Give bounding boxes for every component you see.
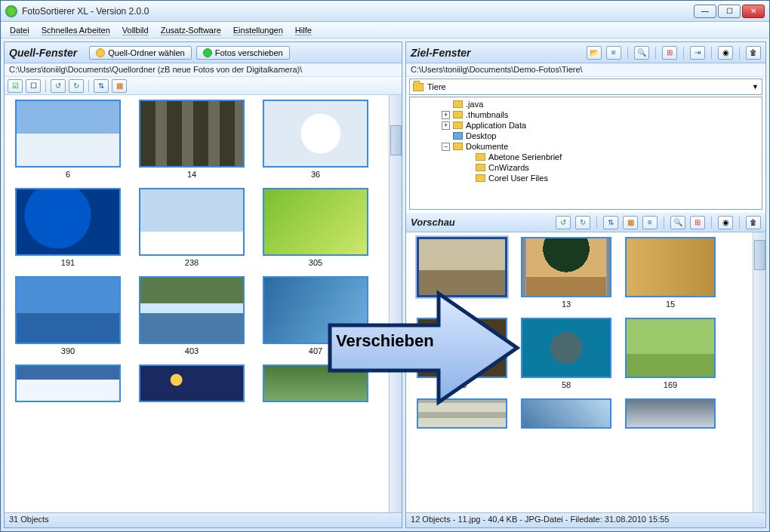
thumb-label: 305 bbox=[309, 258, 322, 267]
grid-view-button[interactable]: ▦ bbox=[112, 79, 127, 93]
menu-zusatz-software[interactable]: Zusatz-Software bbox=[155, 24, 227, 36]
thumb[interactable]: 58 bbox=[521, 318, 611, 389]
tree-node[interactable]: .java bbox=[466, 100, 483, 109]
thumb[interactable]: 13 bbox=[521, 237, 611, 309]
collapse-icon[interactable]: − bbox=[442, 143, 450, 151]
thumb-label: 15 bbox=[666, 300, 675, 309]
tree-button[interactable]: ⊞ bbox=[690, 216, 705, 229]
thumb[interactable]: 407 bbox=[263, 276, 368, 355]
thumb[interactable]: 403 bbox=[139, 276, 245, 355]
open-folder-button[interactable]: 📂 bbox=[587, 46, 602, 60]
app-icon bbox=[5, 5, 17, 17]
menu-vollbild[interactable]: Vollbild bbox=[116, 24, 155, 36]
select-none-button[interactable]: ☐ bbox=[26, 79, 41, 93]
folder-icon bbox=[413, 83, 424, 91]
thumb-label: 169 bbox=[664, 380, 677, 389]
rotate-ccw-button[interactable]: ↺ bbox=[556, 216, 571, 229]
cd-button[interactable]: ◉ bbox=[718, 46, 733, 60]
menu-einstellungen[interactable]: Einstellungen bbox=[227, 24, 289, 36]
rotate-cw-button[interactable]: ↻ bbox=[575, 216, 590, 229]
delete-button[interactable]: 🗑 bbox=[746, 216, 761, 229]
thumb[interactable]: 14 bbox=[139, 100, 245, 179]
thumb[interactable]: 33 bbox=[417, 318, 507, 389]
menu-hilfe[interactable]: Hilfe bbox=[289, 24, 318, 36]
rotate-cw-button[interactable]: ↻ bbox=[69, 79, 84, 93]
source-thumbnails[interactable]: 6 14 36 191 238 305 390 403 407 bbox=[5, 95, 389, 512]
thumb-label: 36 bbox=[311, 170, 320, 179]
tree-node[interactable]: .thumbnails bbox=[466, 110, 508, 119]
app-window: FotoSortierer XL - Version 2.0.0 — ☐ ✕ D… bbox=[0, 0, 770, 532]
thumb[interactable]: 191 bbox=[15, 188, 121, 267]
zoom-button[interactable]: 🔍 bbox=[634, 46, 649, 60]
tree-node[interactable]: Corel User Files bbox=[488, 174, 548, 183]
selected-folder-label: Tiere bbox=[427, 82, 446, 91]
thumb[interactable] bbox=[263, 364, 368, 402]
folder-dropdown[interactable]: Tiere ▼ bbox=[409, 78, 762, 95]
source-header: Quell-Fenster Quell-Ordner wählen Fotos … bbox=[5, 42, 402, 63]
align-button[interactable]: ≡ bbox=[642, 216, 658, 229]
choose-source-folder-label: Quell-Ordner wählen bbox=[108, 48, 185, 57]
thumb[interactable]: 238 bbox=[139, 188, 245, 267]
folder-icon bbox=[96, 48, 105, 57]
choose-source-folder-button[interactable]: Quell-Ordner wählen bbox=[89, 46, 192, 60]
thumb[interactable]: 36 bbox=[263, 100, 368, 179]
target-header: Ziel-Fenster 📂 ≡ 🔍 ⊞ ⇥ ◉ 🗑 bbox=[406, 42, 765, 63]
thumb-label: 58 bbox=[562, 380, 571, 389]
thumb[interactable] bbox=[625, 398, 716, 429]
thumb[interactable]: 305 bbox=[263, 188, 368, 267]
thumb[interactable]: 6 bbox=[15, 100, 121, 179]
thumb[interactable] bbox=[521, 398, 611, 429]
separator bbox=[45, 80, 46, 92]
thumb[interactable]: 15 bbox=[625, 237, 716, 309]
export-button[interactable]: ⇥ bbox=[690, 46, 705, 60]
tree-node[interactable]: Dokumente bbox=[466, 142, 508, 151]
grid-button[interactable]: ▦ bbox=[623, 216, 638, 229]
expand-icon[interactable]: + bbox=[442, 111, 450, 119]
thumb[interactable]: 169 bbox=[625, 318, 716, 389]
preview-title: Vorschau bbox=[411, 217, 463, 228]
thumb-label: 191 bbox=[61, 258, 75, 267]
tree-node[interactable]: CnWizards bbox=[488, 163, 529, 172]
source-path: C:\Users\toniilg\Documents\Quellordner (… bbox=[5, 63, 402, 77]
thumb-label: 13 bbox=[562, 300, 571, 309]
preview-header: Vorschau ↺ ↻ ⇅ ▦ ≡ 🔍 ⊞ ◉ 🗑 bbox=[406, 213, 765, 232]
thumb[interactable]: 390 bbox=[15, 276, 121, 355]
expand-icon[interactable]: + bbox=[442, 121, 450, 130]
cd-button[interactable]: ◉ bbox=[718, 216, 733, 229]
menu-datei[interactable]: Datei bbox=[4, 24, 35, 36]
select-all-button[interactable]: ☑ bbox=[8, 79, 23, 93]
zoom-button[interactable]: 🔍 bbox=[670, 216, 685, 229]
thumb-label: 238 bbox=[185, 258, 199, 267]
preview-scrollbar[interactable] bbox=[753, 232, 765, 512]
close-button[interactable]: ✕ bbox=[742, 5, 765, 18]
minimize-button[interactable]: — bbox=[694, 5, 716, 18]
tree-node[interactable]: Abetone Serienbrief bbox=[488, 152, 562, 161]
rotate-ccw-button[interactable]: ↺ bbox=[51, 79, 66, 93]
target-path: C:\Users\toniilg\Documents\Demo-Fotos\Ti… bbox=[406, 63, 765, 77]
sort-button[interactable]: ⇅ bbox=[94, 79, 109, 93]
thumb-label: 407 bbox=[309, 346, 322, 355]
tree-node[interactable]: Application Data bbox=[466, 121, 526, 130]
thumb[interactable] bbox=[417, 398, 507, 429]
thumb[interactable] bbox=[15, 364, 121, 402]
source-title: Quell-Fenster bbox=[9, 47, 85, 59]
thumb-label: 33 bbox=[457, 380, 467, 389]
maximize-button[interactable]: ☐ bbox=[718, 5, 741, 18]
thumb-label: 6 bbox=[66, 170, 70, 179]
thumb-label: 390 bbox=[61, 346, 75, 355]
align-button[interactable]: ≡ bbox=[606, 46, 621, 60]
tree-button[interactable]: ⊞ bbox=[662, 46, 677, 60]
thumb[interactable] bbox=[139, 364, 245, 402]
source-scrollbar[interactable] bbox=[389, 95, 402, 512]
tree-node[interactable]: Desktop bbox=[466, 131, 496, 140]
sort-button[interactable]: ⇅ bbox=[603, 216, 618, 229]
workspace: Quell-Fenster Quell-Ordner wählen Fotos … bbox=[1, 38, 769, 531]
menu-schnelles-arbeiten[interactable]: Schnelles Arbeiten bbox=[35, 24, 116, 36]
folder-tree[interactable]: .java +.thumbnails +Application Data Des… bbox=[409, 97, 762, 210]
chevron-down-icon: ▼ bbox=[752, 83, 759, 91]
thumb-selected[interactable] bbox=[417, 237, 507, 309]
preview-thumbnails[interactable]: 13 15 33 58 169 bbox=[406, 232, 753, 512]
move-photos-button[interactable]: Fotos verschieben bbox=[196, 46, 290, 60]
target-title: Ziel-Fenster bbox=[411, 47, 478, 59]
delete-button[interactable]: 🗑 bbox=[746, 46, 761, 60]
